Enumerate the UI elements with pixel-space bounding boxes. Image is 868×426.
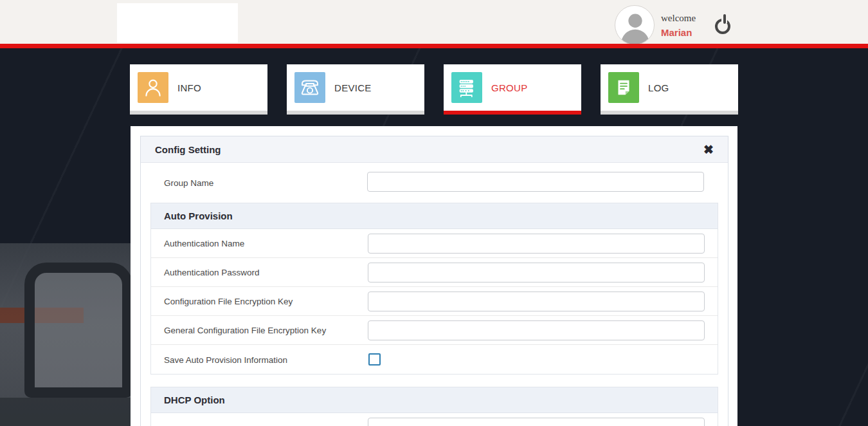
header-accent-bar <box>0 44 868 48</box>
logo-placeholder <box>117 3 238 42</box>
save-auto-provision-row: Save Auto Provision Information <box>151 345 718 374</box>
config-setting-header: Config Setting ✖ <box>141 136 728 163</box>
authentication-name-label: Authentication Name <box>164 239 244 248</box>
auto-provision-section: Auto Provision Authentication Name Authe… <box>150 203 718 375</box>
dhcp-option-row <box>151 413 718 426</box>
general-config-file-encryption-key-input[interactable] <box>368 320 705 340</box>
config-file-encryption-key-row: Configuration File Encryption Key <box>151 287 718 316</box>
general-config-file-encryption-key-row: General Configuration File Encryption Ke… <box>151 316 718 345</box>
save-auto-provision-checkbox[interactable] <box>368 353 381 366</box>
user-icon <box>138 72 168 103</box>
authentication-password-label: Authentication Password <box>164 268 260 277</box>
tab-group-label: GROUP <box>491 82 528 93</box>
dhcp-option-title: DHCP Option <box>164 394 225 405</box>
auto-provision-header: Auto Provision <box>151 203 718 229</box>
phone-icon <box>294 72 325 103</box>
document-icon <box>608 72 639 103</box>
background-floor <box>0 398 136 426</box>
dhcp-option-header: DHCP Option <box>151 387 718 413</box>
group-name-label: Group Name <box>164 178 213 188</box>
tab-log-label: LOG <box>648 82 669 93</box>
dhcp-option-input[interactable] <box>368 418 705 426</box>
auto-provision-title: Auto Provision <box>164 210 233 221</box>
authentication-password-input[interactable] <box>368 263 705 282</box>
config-file-encryption-key-label: Configuration File Encryption Key <box>164 297 293 306</box>
background-chair <box>24 263 132 398</box>
close-icon[interactable]: ✖ <box>703 144 714 156</box>
tab-device[interactable]: DEVICE <box>287 64 424 115</box>
authentication-name-input[interactable] <box>368 234 705 254</box>
config-setting-dialog: Config Setting ✖ Group Name Auto Provisi… <box>140 136 728 426</box>
person-silhouette-icon <box>615 6 655 45</box>
main-tabs: INFO DEVICE GROU <box>130 64 738 115</box>
general-config-file-encryption-key-label: General Configuration File Encryption Ke… <box>164 326 326 335</box>
welcome-label: welcome <box>661 13 696 24</box>
tab-info-label: INFO <box>177 82 201 93</box>
power-logout-button[interactable] <box>714 14 736 37</box>
group-name-input[interactable] <box>367 172 704 192</box>
username-label: Marian <box>661 27 692 38</box>
content-panel: Config Setting ✖ Group Name Auto Provisi… <box>131 126 737 426</box>
tab-log[interactable]: LOG <box>601 64 738 115</box>
config-file-encryption-key-input[interactable] <box>368 292 705 311</box>
save-auto-provision-label: Save Auto Provision Information <box>164 355 287 364</box>
tab-info[interactable]: INFO <box>130 64 267 115</box>
group-name-row: Group Name <box>141 163 728 203</box>
servers-icon <box>451 72 482 103</box>
tab-device-label: DEVICE <box>334 82 372 93</box>
user-avatar[interactable] <box>615 5 655 45</box>
dialog-title: Config Setting <box>155 144 221 155</box>
dhcp-option-section: DHCP Option <box>150 387 718 426</box>
authentication-password-row: Authentication Password <box>151 258 718 287</box>
top-header: welcome Marian <box>0 0 868 44</box>
authentication-name-row: Authentication Name <box>151 229 718 258</box>
tab-group[interactable]: GROUP <box>444 64 581 115</box>
